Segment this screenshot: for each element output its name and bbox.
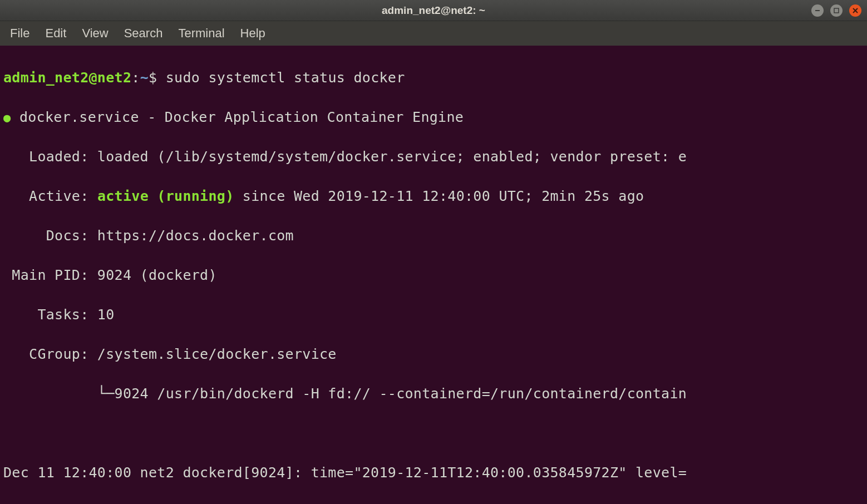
prompt-end: $ [149,70,166,86]
loaded-line: Loaded: loaded (/lib/systemd/system/dock… [3,147,864,167]
prompt-path: ~ [140,70,149,86]
window-titlebar: admin_net2@net2: ~ [0,0,867,21]
service-name: docker.service - Docker Application Cont… [11,109,464,125]
maximize-button[interactable] [830,4,843,17]
command-text: sudo systemctl status docker [166,70,405,86]
maximize-icon [834,8,839,13]
prompt-sep: : [131,70,140,86]
docs-line: Docs: https://docs.docker.com [3,226,864,246]
minimize-icon [815,8,820,13]
blank-line [3,423,864,443]
menu-edit[interactable]: Edit [45,26,66,41]
active-rest: since Wed 2019-12-11 12:40:00 UTC; 2min … [234,188,644,204]
log-line: Dec 11 12:40:00 net2 dockerd[9024]: time… [3,463,864,483]
active-line: Active: active (running) since Wed 2019-… [3,186,864,206]
close-button[interactable] [849,4,861,17]
menubar: File Edit View Search Terminal Help [0,21,867,46]
menu-terminal[interactable]: Terminal [178,26,224,41]
main-pid-line: Main PID: 9024 (dockerd) [3,265,864,285]
menu-help[interactable]: Help [240,26,265,41]
terminal-output[interactable]: admin_net2@net2:~$ sudo systemctl status… [0,46,867,504]
window-controls [811,4,861,17]
cgroup-tree-line: └─9024 /usr/bin/dockerd -H fd:// --conta… [3,384,864,404]
close-icon [853,8,858,13]
prompt-line: admin_net2@net2:~$ sudo systemctl status… [3,68,864,88]
window-title: admin_net2@net2: ~ [382,4,485,17]
svg-rect-1 [834,8,839,13]
menu-search[interactable]: Search [124,26,163,41]
active-label: Active: [3,188,97,204]
tasks-line: Tasks: 10 [3,305,864,325]
menu-view[interactable]: View [82,26,108,41]
service-header-line: ● docker.service - Docker Application Co… [3,107,864,127]
active-value: active (running) [97,188,234,204]
status-bullet-icon: ● [3,111,11,125]
log-line: Dec 11 12:40:00 net2 dockerd[9024]: time… [3,502,864,505]
menu-file[interactable]: File [10,26,29,41]
cgroup-line: CGroup: /system.slice/docker.service [3,344,864,364]
minimize-button[interactable] [811,4,824,17]
prompt-userhost: admin_net2@net2 [3,70,131,86]
